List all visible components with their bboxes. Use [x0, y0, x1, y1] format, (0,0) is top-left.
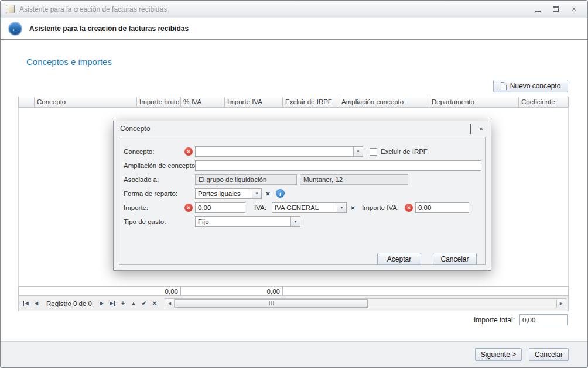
concepto-dialog: Concepto ✕ Concepto: ✕ ▼ Excluir de IRPF…: [113, 121, 491, 271]
last-record-button[interactable]: ▶: [107, 298, 118, 309]
concepto-combobox[interactable]: ▼: [195, 146, 363, 157]
append-record-icon: +: [121, 300, 125, 307]
scroll-left-button[interactable]: ◀: [165, 299, 175, 308]
iva-combobox[interactable]: IVA GENERAL ▼: [272, 202, 347, 213]
next-record-button[interactable]: ▶: [97, 298, 107, 309]
tipo-gasto-label: Tipo de gasto:: [124, 216, 166, 227]
horizontal-scrollbar[interactable]: ◀ ▶: [165, 298, 566, 308]
dialog-cancel-button[interactable]: Cancelar: [433, 253, 477, 265]
column-header-coeficiente[interactable]: Coeficiente: [519, 97, 569, 107]
dialog-close-button[interactable]: ✕: [479, 126, 484, 132]
scroll-left-icon: ◀: [168, 301, 171, 306]
close-window-button[interactable]: ✕: [570, 5, 578, 13]
chevron-down-icon: ▼: [255, 192, 259, 195]
iva-value[interactable]: IVA GENERAL: [272, 203, 337, 212]
edit-record-button[interactable]: ▲: [128, 298, 139, 309]
page-title: Conceptos e importes: [26, 57, 112, 67]
cancel-edit-button[interactable]: ✕: [149, 298, 160, 309]
column-header-excluir-irpf[interactable]: Excluir de IRPF: [283, 97, 339, 107]
tipo-gasto-value[interactable]: Fijo: [196, 217, 290, 226]
info-icon[interactable]: i: [276, 189, 285, 198]
forma-reparto-label: Forma de reparto:: [124, 188, 177, 199]
importe-iva-input[interactable]: [415, 202, 469, 213]
last-record-icon: ▶: [110, 301, 115, 306]
cancel-button-label: Cancelar: [535, 350, 563, 359]
back-icon: ←: [11, 24, 19, 33]
titlebar: Asistente para la creación de facturas r…: [1, 1, 587, 18]
previous-record-button[interactable]: ◀: [31, 298, 42, 309]
dialog-cancel-button-label: Cancelar: [440, 255, 469, 263]
excluir-irpf-checkbox[interactable]: [370, 148, 377, 156]
first-record-button[interactable]: ◀: [20, 298, 31, 309]
forma-reparto-combobox[interactable]: Partes iguales ▼: [195, 188, 262, 199]
new-document-icon: [501, 82, 507, 90]
back-button[interactable]: ←: [8, 22, 22, 36]
cancel-button[interactable]: Cancelar: [529, 348, 569, 361]
dialog-close-icon: ✕: [479, 126, 484, 132]
iva-label: IVA:: [254, 202, 266, 213]
next-record-icon: ▶: [100, 301, 104, 306]
scroll-right-button[interactable]: ▶: [556, 299, 566, 308]
maximize-button[interactable]: [552, 5, 560, 13]
wizard-header-title: Asistente para la creación de facturas r…: [29, 25, 189, 33]
importe-iva-label: Importe IVA:: [362, 202, 399, 213]
grid-totals-row: 0,00 0,00: [18, 286, 569, 296]
append-record-button[interactable]: +: [118, 298, 128, 309]
importe-total-value: 0,00: [522, 317, 535, 324]
importe-total-label: Importe total:: [474, 316, 515, 324]
column-header-importe-bruto[interactable]: Importe bruto: [137, 97, 181, 107]
app-icon: [6, 5, 15, 13]
importe-error-icon: ✕: [184, 204, 193, 212]
column-header-departamento[interactable]: Departamento: [429, 97, 519, 107]
forma-reparto-value[interactable]: Partes iguales: [196, 189, 252, 198]
new-concept-button[interactable]: Nuevo concepto: [493, 80, 568, 92]
dialog-window-controls: ✕: [470, 125, 484, 133]
dialog-maximize-icon: [470, 124, 471, 134]
minimize-button[interactable]: [534, 5, 542, 13]
scrollbar-grip-icon: [269, 301, 274, 305]
grid-header-row: Concepto Importe bruto % IVA Importe IVA…: [18, 97, 569, 108]
forma-reparto-dropdown-button[interactable]: ▼: [252, 189, 261, 198]
concepto-dropdown-button[interactable]: ▼: [353, 147, 363, 156]
forma-reparto-clear-button[interactable]: ✕: [264, 189, 272, 198]
column-header-importe-iva[interactable]: Importe IVA: [225, 97, 283, 107]
scrollbar-thumb[interactable]: [175, 299, 368, 308]
column-header-pct-iva[interactable]: % IVA: [181, 97, 225, 107]
column-header-concepto[interactable]: Concepto: [35, 97, 137, 107]
asociado-direccion-field: Muntaner, 12: [300, 174, 408, 185]
column-header-ampliacion-concepto[interactable]: Ampliación concepto: [339, 97, 429, 107]
ampliacion-input[interactable]: [195, 160, 481, 171]
next-button[interactable]: Siguiente >: [475, 348, 522, 361]
importe-label: Importe:: [124, 202, 148, 213]
minimize-icon: [535, 11, 541, 12]
wizard-header: ← Asistente para la creación de facturas…: [1, 18, 587, 40]
post-edit-button[interactable]: ✔: [139, 298, 149, 309]
importe-iva-error-icon: ✕: [405, 204, 413, 212]
total-importe-bruto: 0,00: [137, 287, 181, 295]
accept-button[interactable]: Aceptar: [377, 253, 421, 265]
window-title: Asistente para la creación de facturas r…: [19, 5, 167, 13]
concepto-label: Concepto:: [124, 146, 154, 157]
data-navigator: ◀ ◀ Registro 0 de 0 ▶ ▶ + ▲ ✔ ✕ ◀ ▶: [18, 296, 569, 311]
concepto-combobox-value[interactable]: [196, 147, 353, 156]
previous-record-icon: ◀: [35, 301, 38, 306]
total-importe-iva: 0,00: [225, 287, 283, 295]
window-controls: ✕: [534, 5, 578, 13]
iva-dropdown-button[interactable]: ▼: [337, 203, 346, 212]
tipo-gasto-combobox[interactable]: Fijo ▼: [195, 216, 300, 227]
close-icon: ✕: [572, 6, 576, 12]
dialog-title: Concepto: [120, 125, 150, 133]
iva-clear-button[interactable]: ✕: [348, 203, 357, 212]
importe-total-row: Importe total: 0,00: [474, 314, 568, 325]
importe-input[interactable]: [195, 202, 245, 213]
asociado-label: Asociado a:: [124, 174, 159, 185]
tipo-gasto-dropdown-button[interactable]: ▼: [290, 217, 300, 226]
scrollbar-track[interactable]: [175, 299, 556, 308]
excluir-irpf-label: Excluir de IRPF: [381, 146, 428, 157]
asociado-grupo-field: El grupo de liquidación: [195, 174, 297, 185]
clear-icon: ✕: [265, 191, 270, 197]
record-count-label: Registro 0 de 0: [42, 300, 97, 307]
importe-total-field: 0,00: [519, 314, 568, 325]
dialog-maximize-button[interactable]: [470, 125, 471, 133]
accept-button-label: Aceptar: [387, 255, 411, 263]
